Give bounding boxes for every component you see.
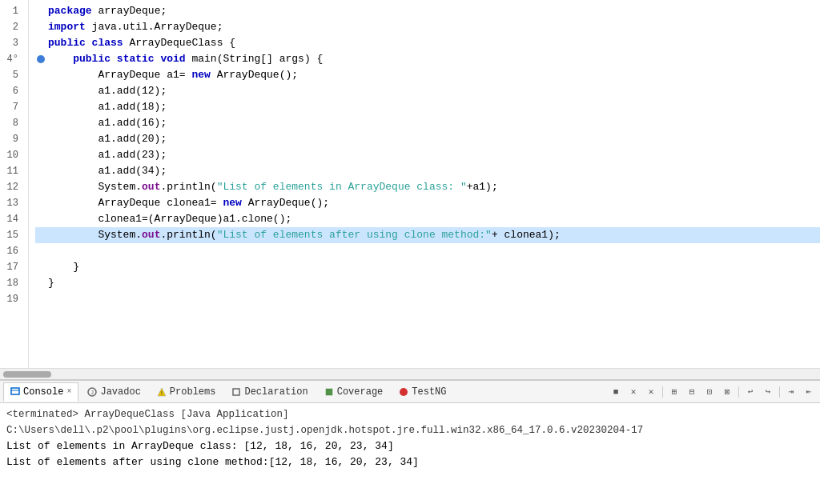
code-text: a1.add(34); — [48, 163, 167, 179]
tab-label: TestNG — [412, 386, 446, 398]
tab-label: Problems — [170, 386, 216, 398]
code-text: ArrayDeque clonea1= new ArrayDeque(); — [48, 195, 329, 211]
output-line-1: List of elements after using clone metho… — [6, 454, 814, 470]
line-number: 1 — [0, 3, 22, 19]
code-line[interactable]: a1.add(34); — [35, 163, 820, 179]
code-text: clonea1=(ArrayDeque)a1.clone(); — [48, 211, 291, 227]
code-text: import java.util.ArrayDeque; — [48, 19, 223, 35]
remove-icon[interactable]: ✕ — [643, 384, 659, 400]
console-icon — [10, 387, 20, 397]
line-number: 13 — [0, 195, 22, 211]
svg-text:!: ! — [159, 390, 163, 397]
clear-icon[interactable]: ✕ — [625, 384, 641, 400]
code-text: } — [48, 275, 54, 291]
line-number: 15 — [0, 227, 22, 243]
sep1 — [662, 386, 663, 398]
console-tab-javadoc[interactable]: JJavadoc — [80, 382, 147, 402]
code-text: a1.add(16); — [48, 115, 167, 131]
code-line[interactable]: ArrayDeque clonea1= new ArrayDeque(); — [35, 195, 820, 211]
svg-rect-0 — [11, 388, 19, 394]
line-number: 2 — [0, 19, 22, 35]
console-tab-testng[interactable]: TestNG — [392, 382, 453, 402]
code-line[interactable]: } — [35, 275, 820, 291]
line-number: 14 — [0, 211, 22, 227]
code-line[interactable]: package arrayDeque; — [35, 3, 820, 19]
console-tab-problems[interactable]: !Problems — [150, 382, 223, 402]
code-line[interactable]: a1.add(23); — [35, 147, 820, 163]
scroll-lock-icon[interactable]: ↩ — [742, 384, 758, 400]
line-number: 8 — [0, 115, 22, 131]
problems-icon: ! — [157, 387, 167, 397]
coverage-icon — [324, 387, 334, 397]
output-line-0: List of elements in ArrayDeque class: [1… — [6, 438, 814, 454]
next-icon[interactable]: ⇥ — [783, 384, 799, 400]
line-number: 17 — [0, 259, 22, 275]
console-tabs: Console×JJavadoc!ProblemsDeclarationCove… — [0, 381, 820, 403]
code-line[interactable]: clonea1=(ArrayDeque)a1.clone(); — [35, 211, 820, 227]
new-console-icon[interactable]: ⊞ — [666, 384, 682, 400]
svg-rect-6 — [233, 389, 239, 395]
tab-close-icon[interactable]: × — [66, 387, 71, 396]
code-line[interactable]: public static void main(String[] args) { — [35, 51, 820, 67]
scrollbar-thumb[interactable] — [3, 371, 51, 378]
code-line[interactable]: public class ArrayDequeClass { — [35, 35, 820, 51]
line-number: 19 — [0, 291, 22, 307]
code-line[interactable]: import java.util.ArrayDeque; — [35, 19, 820, 35]
line-number: 3 — [0, 35, 22, 51]
code-text: a1.add(18); — [48, 99, 167, 115]
code-line[interactable]: a1.add(20); — [35, 131, 820, 147]
svg-text:J: J — [90, 390, 94, 396]
console-output: <terminated> ArrayDequeClass [Java Appli… — [0, 403, 820, 504]
code-line[interactable]: a1.add(18); — [35, 99, 820, 115]
code-lines[interactable]: package arrayDeque;import java.util.Arra… — [29, 0, 820, 368]
svg-point-8 — [400, 388, 408, 396]
declaration-icon — [231, 387, 241, 397]
code-line[interactable]: ArrayDeque a1= new ArrayDeque(); — [35, 67, 820, 83]
console-tab-coverage[interactable]: Coverage — [317, 382, 391, 402]
word-wrap-icon[interactable]: ↪ — [760, 384, 776, 400]
code-text: System.out.println("List of elements in … — [48, 179, 498, 195]
breakpoint-dot — [37, 55, 45, 63]
code-line[interactable]: a1.add(12); — [35, 83, 820, 99]
code-text: a1.add(12); — [48, 83, 167, 99]
tab-label: Coverage — [337, 386, 384, 398]
line-number: 16 — [0, 243, 22, 259]
pin-console-icon[interactable]: ⊟ — [684, 384, 700, 400]
scrollbar-area[interactable] — [0, 368, 820, 379]
code-text: a1.add(20); — [48, 131, 167, 147]
console-tab-console[interactable]: Console× — [3, 382, 78, 402]
javadoc-icon: J — [87, 387, 97, 397]
code-line[interactable] — [35, 291, 820, 307]
line-number: 6 — [0, 83, 22, 99]
sep2 — [738, 386, 739, 398]
display-icon[interactable]: ⊡ — [701, 384, 718, 400]
line-number: 18 — [0, 275, 22, 291]
code-line[interactable]: System.out.println("List of elements aft… — [35, 227, 820, 243]
line-number: 12 — [0, 179, 22, 195]
breakpoint-area — [35, 55, 48, 63]
code-text: System.out.println("List of elements aft… — [48, 227, 561, 243]
tab-label: Console — [23, 386, 63, 398]
layout-icon[interactable]: ⊠ — [719, 384, 735, 400]
code-container: 1234°5678910111213141516171819 package a… — [0, 0, 820, 368]
line-number: 10 — [0, 147, 22, 163]
tab-label: Javadoc — [100, 386, 140, 398]
code-line[interactable]: System.out.println("List of elements in … — [35, 179, 820, 195]
code-line[interactable] — [35, 243, 820, 259]
line-number: 11 — [0, 163, 22, 179]
sep3 — [779, 386, 780, 398]
code-line[interactable]: a1.add(16); — [35, 115, 820, 131]
code-line[interactable]: } — [35, 259, 820, 275]
code-text: package arrayDeque; — [48, 3, 167, 19]
stop-icon[interactable]: ■ — [608, 384, 624, 400]
code-text: a1.add(23); — [48, 147, 167, 163]
terminated-line: <terminated> ArrayDequeClass [Java Appli… — [6, 406, 814, 438]
code-text: public class ArrayDequeClass { — [48, 35, 235, 51]
svg-rect-7 — [326, 389, 332, 395]
code-text: } — [48, 259, 79, 275]
console-area: Console×JJavadoc!ProblemsDeclarationCove… — [0, 379, 820, 504]
console-tab-declaration[interactable]: Declaration — [224, 382, 315, 402]
prev-icon[interactable]: ⇤ — [801, 384, 817, 400]
line-number: 7 — [0, 99, 22, 115]
code-text: public static void main(String[] args) { — [48, 51, 323, 67]
